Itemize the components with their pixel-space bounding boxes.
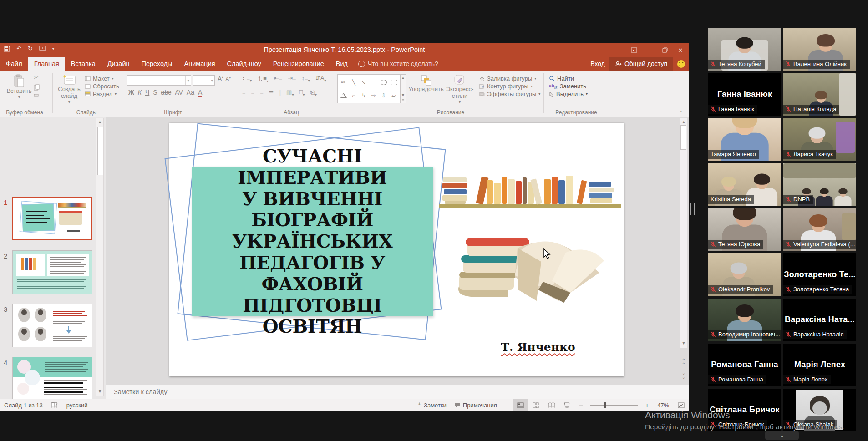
previous-slide-button[interactable]: ⌃⌃ [680, 358, 687, 366]
line-shape-icon[interactable]: ╲ [352, 79, 355, 86]
right-arrow-shape-icon[interactable]: ⇨ [371, 92, 376, 99]
tab-1[interactable]: Файл [0, 57, 28, 71]
participant-tile-5[interactable]: Тамара Янченко [708, 118, 781, 161]
drawing-dialog-launcher[interactable] [538, 110, 543, 115]
rectangle-shape-icon[interactable] [371, 80, 377, 85]
font-button-К[interactable]: К [138, 89, 142, 96]
line-spacing-icon[interactable]: ↕≡▾ [302, 75, 310, 83]
slide-thumbnail-1[interactable] [12, 197, 92, 240]
tab-9[interactable]: Вид [330, 57, 354, 71]
share-button[interactable]: Общий доступ [609, 57, 673, 71]
smartart-icon[interactable]: ⎗▾ [310, 89, 316, 97]
oval-shape-icon[interactable] [381, 80, 387, 85]
shapes-gallery[interactable]: A≡ ╲ ↘ ⌐ ↳ ⇨ ⇩ ▱ [337, 74, 406, 103]
font-button-Aa[interactable]: Aa [187, 89, 194, 96]
bullets-icon[interactable]: ⠇≡▾ [242, 75, 252, 83]
participant-tile-2[interactable]: Валентина Олійник [783, 28, 856, 71]
font-size-combo[interactable]: ▾ [193, 75, 215, 86]
canvas-scroll-up-icon[interactable]: ▲ [680, 120, 688, 124]
feedback-smiley-icon[interactable] [677, 60, 685, 68]
callout-shape-icon[interactable]: ▱ [391, 92, 396, 99]
panel-scrollbar[interactable]: ▲ ▼ [96, 118, 104, 396]
arrow-shape-icon[interactable]: ↘ [361, 79, 366, 86]
align-text-icon[interactable]: ⌸▾ [299, 89, 305, 97]
participant-tile-4[interactable]: Наталія Коляда [783, 73, 856, 116]
zoom-slider[interactable] [590, 405, 638, 406]
font-button-А[interactable]: А [198, 89, 202, 97]
notes-bar[interactable]: Заметки к слайду [106, 385, 689, 399]
decrease-indent-icon[interactable]: ⇤≡ [274, 75, 282, 83]
columns-icon[interactable]: ▥▾ [286, 89, 294, 97]
sign-in-link[interactable]: Вход [590, 60, 605, 67]
canvas-scrollbar[interactable]: ▲ ▼ ⌃⌃ ⌄⌄ [680, 117, 688, 385]
participant-tile-12[interactable]: Золотаренко Те...Золотаренко Тетяна [783, 253, 856, 296]
grow-font-icon[interactable]: A▴ [218, 75, 223, 82]
tell-me-box[interactable]: Что вы хотите сделать? [354, 57, 443, 71]
font-name-combo[interactable]: ▾ [127, 75, 191, 86]
text-direction-icon[interactable]: ⇵A▾ [315, 75, 326, 83]
slide-thumbnail-3[interactable] [12, 304, 92, 347]
find-button[interactable]: Найти [549, 75, 574, 82]
increase-indent-icon[interactable]: ⇥≡ [288, 75, 296, 83]
new-slide-button[interactable]: Создать слайд▾ [56, 74, 82, 104]
participant-tile-8[interactable]: DNPB [783, 163, 856, 206]
collapse-ribbon-icon[interactable]: ⌃ [679, 110, 683, 116]
tab-8[interactable]: Рецензирование [267, 57, 330, 71]
ribbon-display-options-icon[interactable] [628, 45, 640, 56]
tab-7[interactable]: Слайд-шоу [221, 57, 267, 71]
participant-tile-9[interactable]: Тетяна Юркова [708, 208, 781, 251]
reset-button[interactable]: Сбросить [85, 83, 119, 90]
shape-outline-button[interactable]: Контур фигуры▾ [479, 83, 533, 90]
copy-icon[interactable] [34, 84, 40, 91]
align-center-icon[interactable]: ≡ [251, 89, 255, 97]
shape-fill-button[interactable]: Заливка фигуры▾ [479, 75, 536, 82]
select-button[interactable]: Выделить▾ [549, 91, 588, 97]
close-button[interactable]: ✕ [674, 45, 687, 56]
shapes-gallery-scrollbar[interactable]: ▲▼≡ [400, 74, 406, 103]
normal-view-button[interactable] [513, 399, 528, 411]
slide-counter[interactable]: Слайд 1 из 13 [0, 399, 47, 411]
triangle-shape-icon[interactable] [340, 93, 347, 98]
slide-sorter-view-button[interactable] [528, 399, 544, 411]
tab-4[interactable]: Дизайн [102, 57, 136, 71]
panel-resize-handle[interactable] [690, 203, 695, 215]
cut-icon[interactable]: ✂ [34, 74, 40, 81]
participant-tile-10[interactable]: Valentyna Fediaieva (... [783, 208, 856, 251]
tab-5[interactable]: Переходы [136, 57, 178, 71]
participant-tile-1[interactable]: Тетяна Кочубей [708, 28, 781, 71]
next-slide-button[interactable]: ⌄⌄ [680, 371, 687, 379]
canvas-scrollbar-thumb[interactable] [680, 125, 686, 150]
tab-3[interactable]: Вставка [65, 57, 102, 71]
participant-tile-7[interactable]: Kristina Sereda [708, 163, 781, 206]
font-button-Ч[interactable]: Ч [145, 89, 149, 96]
clipboard-dialog-launcher[interactable] [46, 110, 51, 115]
font-button-S[interactable]: S [153, 89, 157, 96]
shape-effects-button[interactable]: Эффекты фигуры▾ [479, 91, 540, 97]
align-left-icon[interactable]: ≡ [242, 89, 246, 97]
elbow-arrow-shape-icon[interactable]: ↳ [361, 92, 366, 99]
justify-icon[interactable]: ≣ [269, 89, 274, 97]
textbox-shape-icon[interactable]: A≡ [340, 80, 347, 85]
elbow-shape-icon[interactable]: ⌐ [352, 92, 355, 99]
quick-styles-button[interactable]: Экспресс-стили▾ [445, 74, 474, 104]
participant-tile-15[interactable]: Романова ГаннаРоманова Ганна [708, 344, 781, 386]
font-dialog-launcher[interactable] [231, 110, 236, 115]
restore-button[interactable] [659, 45, 671, 56]
participant-tile-16[interactable]: Марія ЛепехМарія Лепех [783, 344, 856, 386]
participant-tile-14[interactable]: Вараксіна Ната...Вараксіна Наталія [783, 299, 856, 341]
layout-button[interactable]: Макет▾ [85, 75, 114, 82]
scroll-up-icon[interactable]: ▲ [96, 120, 103, 124]
zoom-out-button[interactable]: − [575, 399, 587, 411]
arrange-button[interactable]: Упорядочить [410, 74, 442, 93]
slide-thumbnail-4[interactable] [12, 357, 92, 399]
participant-tile-13[interactable]: Володимир Іванович... [708, 299, 781, 341]
tab-6[interactable]: Анимация [178, 57, 221, 71]
down-arrow-shape-icon[interactable]: ⇩ [381, 92, 386, 99]
align-right-icon[interactable]: ≡ [260, 89, 264, 97]
reading-view-button[interactable] [544, 399, 559, 411]
slide-1-editor[interactable]: СУЧАСНІ ІМПЕРАТИВИУ ВИВЧЕННІ БІОГРАФІЙУК… [169, 123, 624, 376]
font-button-AV[interactable]: AV [175, 89, 183, 96]
paste-button[interactable]: Вставить▾ [6, 74, 32, 99]
participant-tile-3[interactable]: Ганна ІванюкГанна Іванюк [708, 73, 781, 116]
format-painter-icon[interactable] [34, 94, 40, 99]
